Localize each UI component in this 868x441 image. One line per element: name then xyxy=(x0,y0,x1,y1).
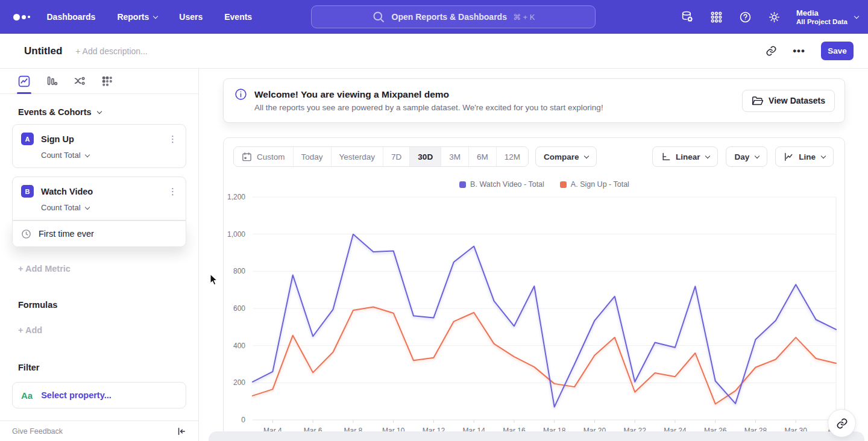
link-icon xyxy=(836,418,848,430)
kebab-menu-icon[interactable]: ⋮ xyxy=(168,134,177,143)
metric-badge-a: A xyxy=(21,133,34,145)
kebab-menu-icon[interactable]: ⋮ xyxy=(168,187,177,196)
metric-name[interactable]: Sign Up xyxy=(41,134,74,144)
compare-button[interactable]: Compare xyxy=(535,146,597,167)
legend-swatch xyxy=(459,181,466,188)
legend-label: A. Sign Up - Total xyxy=(571,180,629,189)
tab-flows[interactable] xyxy=(74,69,86,94)
aggregation-selector[interactable]: Count Total xyxy=(41,151,177,160)
mixpanel-logo-icon[interactable] xyxy=(13,14,30,20)
clock-icon xyxy=(21,229,31,239)
events-cohorts-header[interactable]: Events & Cohorts xyxy=(18,107,198,117)
svg-text:600: 600 xyxy=(233,304,245,313)
chevron-down-icon xyxy=(584,154,589,158)
svg-text:200: 200 xyxy=(233,378,245,387)
view-datasets-button[interactable]: View Datasets xyxy=(742,90,835,112)
legend-label: B. Watch Video - Total xyxy=(470,180,544,189)
report-title[interactable]: Untitled xyxy=(24,45,62,57)
collapse-sidebar-icon[interactable] xyxy=(177,427,186,436)
calendar-icon xyxy=(242,152,252,162)
banner-subtitle: All the reports you see are powered by a… xyxy=(254,103,603,112)
give-feedback-link[interactable]: Give Feedback xyxy=(12,427,63,436)
project-name: Media xyxy=(796,8,848,17)
share-link-button[interactable] xyxy=(828,409,856,437)
range-6m[interactable]: 6M xyxy=(468,147,496,166)
add-formula-button[interactable]: + Add xyxy=(18,325,198,335)
sidebar-footer: Give Feedback xyxy=(0,421,198,441)
data-management-icon[interactable] xyxy=(681,10,694,24)
global-search-input[interactable]: Open Reports & Dashboards ⌘ + K xyxy=(311,5,596,28)
filter-header: Filter xyxy=(18,363,198,372)
flows-icon xyxy=(74,75,86,87)
demo-banner: Welcome! You are viewing a Mixpanel demo… xyxy=(223,78,845,123)
help-icon[interactable] xyxy=(738,10,752,24)
chart-display-controls: Linear Day Line xyxy=(652,146,834,167)
chart-card: 02004006008001,0001,200Mar 4Mar 6Mar 8Ma… xyxy=(223,137,845,441)
metric-card-a[interactable]: A Sign Up ⋮ Count Total xyxy=(12,124,186,168)
report-header: Untitled + Add description... ••• Save xyxy=(0,34,868,69)
add-metric-button[interactable]: + Add Metric xyxy=(18,264,198,274)
string-type-icon: Aa xyxy=(21,390,33,401)
insights-line-chart-icon xyxy=(18,75,30,87)
range-today[interactable]: Today xyxy=(293,147,331,166)
apps-grid-icon[interactable] xyxy=(709,10,723,24)
tab-insights[interactable] xyxy=(18,69,30,94)
folder-icon xyxy=(752,96,763,106)
metric-card-b[interactable]: B Watch Video ⋮ Count Total xyxy=(12,177,186,220)
chevron-down-icon xyxy=(96,109,101,114)
search-shortcut: ⌘ + K xyxy=(513,13,535,22)
chevron-down-icon xyxy=(84,152,89,157)
chevron-down-icon xyxy=(153,14,158,19)
svg-text:800: 800 xyxy=(233,267,245,275)
range-12m[interactable]: 12M xyxy=(496,147,528,166)
nav-reports[interactable]: Reports xyxy=(117,12,157,22)
metric-name[interactable]: Watch Video xyxy=(41,187,93,196)
first-time-ever-option[interactable]: First time ever xyxy=(12,220,186,247)
retention-grid-icon xyxy=(101,75,113,87)
date-range-segmented-control: Custom Today Yesterday 7D 30D 3M 6M 12M xyxy=(233,146,529,167)
select-property-field[interactable]: Aa Select property... xyxy=(12,382,186,408)
chart-type-selector[interactable]: Line xyxy=(775,146,834,167)
chevron-down-icon xyxy=(84,204,89,209)
project-scope: All Project Data xyxy=(796,17,848,26)
range-30d[interactable]: 30D xyxy=(409,147,441,166)
nav-events[interactable]: Events xyxy=(224,12,252,22)
line-chart-icon xyxy=(784,152,794,162)
funnels-bars-icon xyxy=(46,75,58,87)
svg-text:1,000: 1,000 xyxy=(227,230,245,239)
project-switcher[interactable]: Media All Project Data xyxy=(796,8,858,26)
chevron-down-icon xyxy=(755,154,760,158)
range-custom[interactable]: Custom xyxy=(234,147,293,166)
search-placeholder: Open Reports & Dashboards xyxy=(392,12,507,22)
legend-swatch xyxy=(560,181,567,188)
nav-dashboards[interactable]: Dashboards xyxy=(47,12,96,22)
chart-legend: B. Watch Video - Total A. Sign Up - Tota… xyxy=(253,180,836,189)
legend-item-watch-video[interactable]: B. Watch Video - Total xyxy=(459,180,544,189)
scale-selector[interactable]: Linear xyxy=(652,146,719,167)
search-icon xyxy=(372,10,386,24)
range-3m[interactable]: 3M xyxy=(441,147,468,166)
banner-title: Welcome! You are viewing a Mixpanel demo xyxy=(254,89,603,100)
report-type-tabs xyxy=(0,69,198,94)
interval-selector[interactable]: Day xyxy=(726,146,767,167)
aggregation-selector[interactable]: Count Total xyxy=(41,203,177,212)
save-button[interactable]: Save xyxy=(821,42,854,60)
metric-badge-b: B xyxy=(21,185,34,198)
range-7d[interactable]: 7D xyxy=(383,147,409,166)
more-options-icon[interactable]: ••• xyxy=(793,45,805,57)
range-yesterday[interactable]: Yesterday xyxy=(331,147,383,166)
chevron-down-icon xyxy=(705,154,710,158)
copy-link-icon[interactable] xyxy=(766,45,777,57)
nav-users[interactable]: Users xyxy=(179,12,203,22)
add-description-field[interactable]: + Add description... xyxy=(75,46,147,56)
legend-item-sign-up[interactable]: A. Sign Up - Total xyxy=(560,180,629,189)
chevron-down-icon xyxy=(821,154,826,158)
tab-retention[interactable] xyxy=(101,69,113,94)
top-nav: Dashboards Reports Users Events Open Rep… xyxy=(0,0,868,34)
date-range-controls: Custom Today Yesterday 7D 30D 3M 6M 12M … xyxy=(233,146,597,167)
tab-funnels[interactable] xyxy=(46,69,58,94)
svg-text:0: 0 xyxy=(241,416,245,424)
settings-gear-icon[interactable] xyxy=(767,10,781,24)
next-section-peek xyxy=(209,431,864,441)
linear-axis-icon xyxy=(661,152,671,162)
